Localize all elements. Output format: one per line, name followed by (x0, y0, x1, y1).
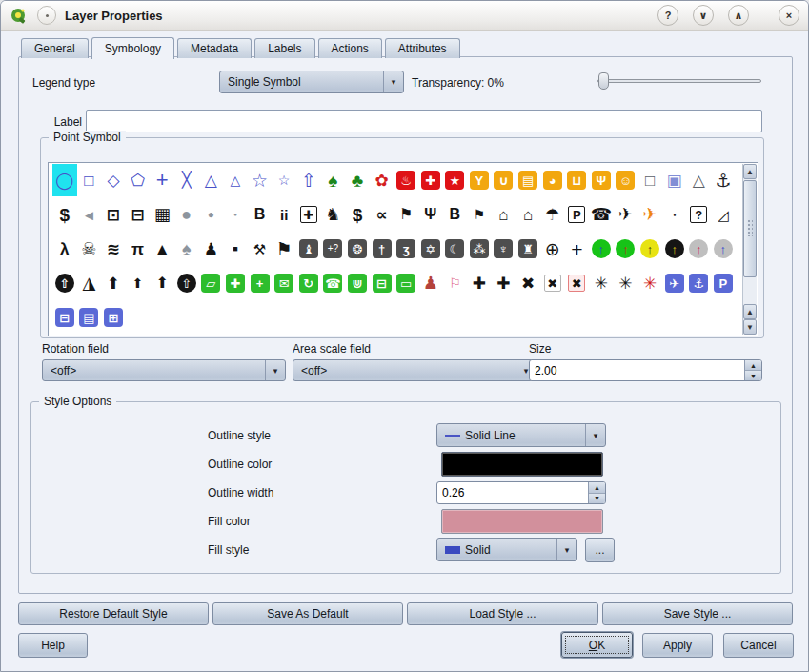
symbol-arrow-gray-red[interactable]: ↑ (686, 233, 711, 265)
symbol-airport[interactable]: ✈ (614, 198, 638, 231)
symbol-tram[interactable]: ⊞ (101, 301, 126, 334)
symbol-cinema[interactable]: ▤ (516, 164, 540, 196)
symbol-arrow-yellow-black[interactable]: ↑ (637, 233, 662, 265)
outline-color-swatch[interactable] (441, 452, 603, 477)
symbol-skiing[interactable]: λ (52, 233, 77, 265)
symbol-hiking[interactable]: ♟ (199, 233, 224, 265)
window-menu-button[interactable] (37, 6, 56, 25)
symbol-arrow-green-red[interactable]: ↑ (614, 233, 638, 265)
symbol-cross-x[interactable]: ╳ (174, 164, 199, 196)
symbol-square[interactable]: □ (77, 164, 102, 196)
symbol-fuel[interactable]: B (248, 198, 273, 231)
rotation-field-combo[interactable]: <off> ▾ (42, 359, 286, 381)
symbol-plus-green[interactable]: ✚ (223, 267, 248, 299)
symbol-gray-tree[interactable]: ♠ (174, 233, 199, 265)
chevron-down-icon[interactable]: ▾ (383, 71, 403, 92)
symbol-golf-flag-black[interactable]: ⚑ (394, 198, 418, 231)
symbol-first-aid-box[interactable]: ✚ (296, 198, 321, 231)
symbol-christian[interactable]: † (370, 233, 394, 265)
spin-down-icon[interactable]: ▼ (745, 371, 761, 380)
symbol-thin-cross[interactable]: + (564, 233, 589, 265)
symbol-crosshair-dot[interactable]: ✚ (467, 267, 492, 299)
spin-down-icon[interactable]: ▼ (589, 494, 605, 504)
symbol-golf[interactable]: ⚑ (467, 198, 492, 231)
symbol-phone-green[interactable]: ☎ (321, 267, 346, 299)
symbol-crosshair-dot-green[interactable]: ✚ (492, 267, 516, 299)
symbol-plus-outline[interactable]: + (248, 267, 273, 299)
symbol-camera[interactable]: ⊡ (101, 198, 126, 231)
transparency-slider[interactable] (597, 71, 761, 91)
symbol-fish[interactable]: ∝ (370, 198, 394, 231)
chevron-down-icon[interactable]: ▾ (265, 360, 285, 380)
symbol-arrow-circle-outline[interactable]: ⇧ (174, 267, 199, 299)
slider-handle[interactable] (598, 72, 609, 90)
symbol-arrow-circle-black[interactable]: ⇧ (52, 267, 77, 299)
symbol-airport-blue[interactable]: ✈ (662, 267, 687, 299)
symbol-arrow-up[interactable]: ⇧ (296, 164, 321, 196)
apply-button[interactable]: Apply (642, 633, 713, 658)
symbol-bed[interactable]: ▭ (394, 267, 418, 299)
symbol-fire[interactable]: ♨ (394, 164, 418, 196)
symbol-om[interactable]: ʒ (394, 233, 418, 265)
tab-labels[interactable]: Labels (254, 38, 314, 58)
symbol-dharma-wheel[interactable]: ❂ (345, 233, 370, 265)
symbol-islamic[interactable]: ☾ (443, 233, 468, 265)
tab-attributes[interactable]: Attributes (385, 38, 460, 58)
symbol-x-boxed-red[interactable]: ✖ (564, 267, 589, 299)
fill-style-more-button[interactable]: ... (585, 538, 615, 562)
symbol-camping[interactable]: ▲ (150, 233, 174, 265)
tab-general[interactable]: General (21, 38, 89, 58)
scrollbar-track[interactable] (743, 179, 757, 304)
symbol-ticket[interactable]: ▱ (199, 267, 224, 299)
outline-style-combo[interactable]: Solid Line ▾ (436, 423, 606, 447)
symbol-lodging[interactable]: ⌂ (492, 198, 516, 231)
symbol-arrow-north-flag[interactable]: ⬆ (126, 267, 151, 299)
symbol-cross-plus[interactable]: + (150, 164, 174, 196)
symbol-cart[interactable]: ⊟ (370, 267, 394, 299)
symbol-boat[interactable]: ◄ (77, 198, 102, 231)
symbol-parking[interactable]: P (564, 198, 589, 231)
symbol-question[interactable]: ? (686, 198, 711, 231)
symbol-toilets[interactable]: ii (272, 198, 296, 231)
symbol-pizzeria[interactable]: ◕ (540, 164, 565, 196)
ok-button[interactable]: OK (561, 632, 633, 658)
symbol-sikh[interactable]: ♆ (492, 233, 516, 265)
symbol-slipway[interactable]: ⚒ (248, 233, 273, 265)
symbol-first-aid[interactable]: ✚ (418, 164, 443, 196)
symbol-arrow-north[interactable]: ⬆ (101, 267, 126, 299)
symbol-north-arrow[interactable]: ◮ (77, 267, 102, 299)
symbol-arrow-south[interactable]: ⬆ (150, 267, 174, 299)
symbol-point[interactable]: ● (662, 198, 687, 231)
symbol-swimming[interactable]: ≋ (101, 233, 126, 265)
scroll-up2-icon[interactable]: ▲ (743, 304, 757, 319)
save-as-default-button[interactable]: Save As Default (212, 602, 403, 625)
slider-groove[interactable] (597, 79, 761, 83)
symbol-dance[interactable]: ⁂ (467, 233, 492, 265)
symbol-deer[interactable]: ♞ (321, 198, 346, 231)
symbol-airstrip[interactable]: ✈ (637, 198, 662, 231)
symbol-pub[interactable]: ⊔ (564, 164, 589, 196)
symbol-circle-small[interactable]: ● (223, 198, 248, 231)
symbol-asterisk-blue-center[interactable]: ✳ (614, 267, 638, 299)
tab-symbology[interactable]: Symbology (91, 37, 174, 59)
symbol-restaurant[interactable]: Ψ (589, 164, 614, 196)
outline-width-spinbox[interactable]: ▲ ▼ (436, 481, 606, 504)
outline-width-input[interactable] (437, 482, 588, 503)
symbol-circle[interactable]: ◯ (52, 164, 77, 196)
symbol-taxi[interactable]: ⊟ (52, 301, 77, 334)
symbol-basket[interactable]: ⋓ (345, 267, 370, 299)
scrollbar-thumb[interactable] (743, 180, 757, 277)
symbol-star-badge[interactable]: ★ (443, 164, 468, 196)
symbol-arrow-black-yellow[interactable]: ↑ (662, 233, 687, 265)
symbol-picnic[interactable]: π (126, 233, 151, 265)
symbol-circle-large[interactable]: ● (174, 198, 199, 231)
size-spinbox[interactable]: ▲ ▼ (529, 359, 762, 381)
symbol-asterisk[interactable]: ✳ (589, 267, 614, 299)
symbol-triangle-plain[interactable]: △ (686, 164, 711, 196)
symbol-telephone[interactable]: ☎ (589, 198, 614, 231)
symbol-fuel2[interactable]: B (443, 198, 468, 231)
symbol-parking-blue[interactable]: P (711, 267, 736, 299)
tab-metadata[interactable]: Metadata (177, 38, 252, 58)
symbol-parachute[interactable]: ☂ (540, 198, 565, 231)
symbol-square-inner[interactable]: ▣ (662, 164, 687, 196)
